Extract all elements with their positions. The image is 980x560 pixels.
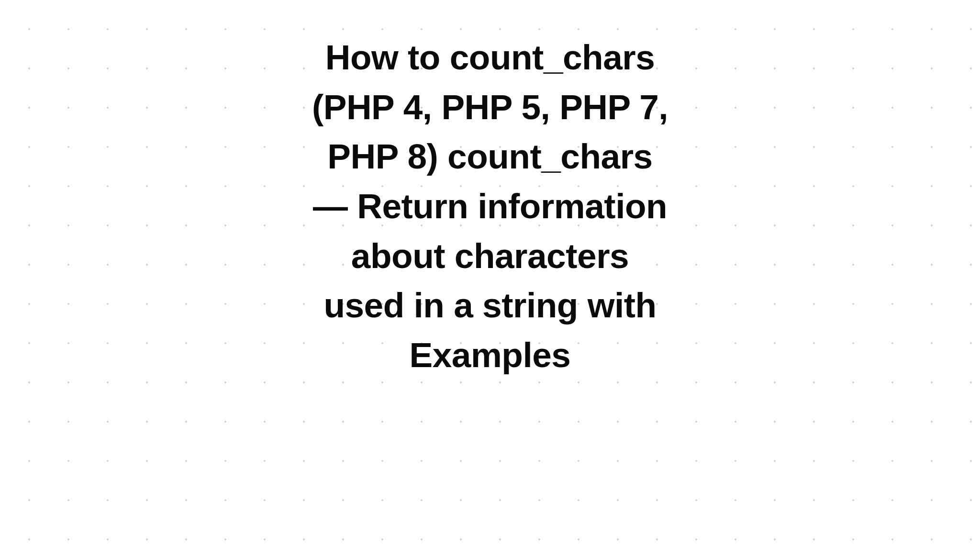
content-container: How to count_chars (PHP 4, PHP 5, PHP 7,…	[0, 0, 980, 560]
heading-block: How to count_chars (PHP 4, PHP 5, PHP 7,…	[308, 33, 672, 380]
page-title: How to count_chars (PHP 4, PHP 5, PHP 7,…	[308, 33, 672, 380]
